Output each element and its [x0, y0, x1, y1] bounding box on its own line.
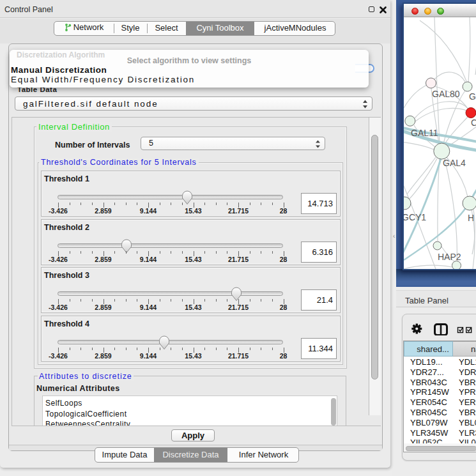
svg-text:GCY1: GCY1: [404, 212, 426, 222]
svg-text:C: C: [471, 118, 476, 128]
svg-text:HAP2: HAP2: [438, 252, 461, 262]
svg-text:GAL4: GAL4: [443, 158, 466, 168]
svg-text:G.: G.: [469, 91, 476, 102]
svg-text:GAL80: GAL80: [432, 89, 460, 99]
svg-text:H: H: [468, 213, 474, 223]
svg-text:GAL11: GAL11: [411, 128, 438, 138]
